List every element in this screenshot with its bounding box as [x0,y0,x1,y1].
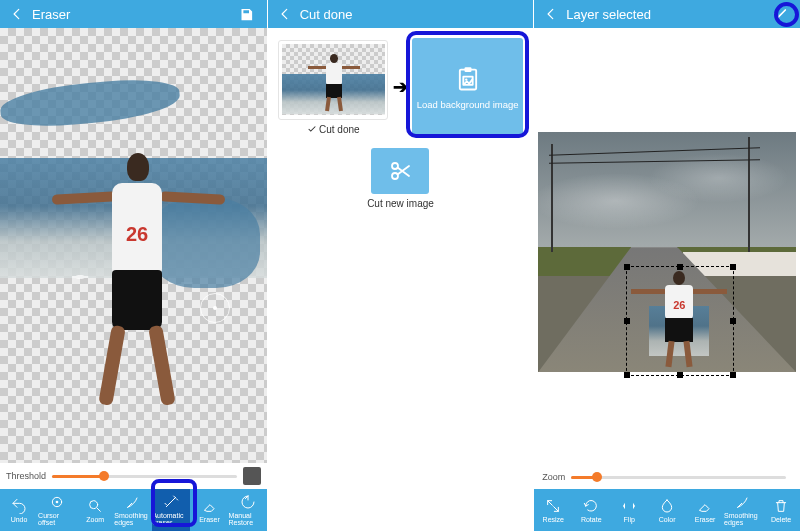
topbar: Layer selected [534,0,800,28]
tool-label: Undo [11,516,28,523]
back-button[interactable] [542,5,560,23]
scissors-icon [388,159,412,183]
panel-eraser: Eraser 26 Threshold Undo [0,0,267,531]
topbar: Eraser [0,0,267,28]
flip-icon [621,498,637,514]
check-icon [772,6,788,22]
zoom-bar: Zoom [534,465,800,489]
cut-done-caption: Cut done [307,124,360,135]
resize-tool[interactable]: Resize [534,489,572,531]
tool-label: Flip [624,516,635,523]
threshold-slider[interactable] [52,475,237,478]
subject-person: 26 [32,88,232,438]
topbar: Cut done [268,0,534,28]
wand-icon [163,494,179,510]
tool-label: Rotate [581,516,602,523]
check-icon [307,124,317,134]
svg-point-1 [56,501,59,504]
zoom-tool[interactable]: Zoom [76,489,114,531]
tool-label: Delete [771,516,791,523]
cut-result-thumb [278,40,388,120]
smoothing-edges-tool[interactable]: Smoothing edges [724,489,762,531]
tool-label: Smoothing edges [114,512,152,526]
rotate-icon [583,498,599,514]
eraser-icon [202,498,218,514]
page-title: Layer selected [566,7,768,22]
save-icon [239,7,254,22]
color-tool[interactable]: Color [648,489,686,531]
back-button[interactable] [276,5,294,23]
feather-icon [735,494,751,510]
tool-label: Eraser [695,516,716,523]
zoom-icon [87,498,103,514]
zoom-label: Zoom [542,472,565,482]
tool-label: Automatic eraser [152,512,190,526]
save-button[interactable] [235,2,259,26]
load-background-button[interactable]: Load background image [412,38,523,136]
tool-bar: Undo Cursor offset Zoom Smoothing edges … [0,489,267,531]
svg-point-2 [90,500,98,508]
jersey-number: 26 [112,223,162,246]
tool-bar: Resize Rotate Flip Color Eraser Smoothin… [534,489,800,531]
restore-icon [240,494,256,510]
compositor-canvas[interactable] [534,28,800,465]
panel-cut-done: Cut done Cut done ➔ [267,0,534,531]
smoothing-edges-tool[interactable]: Smoothing edges [114,489,152,531]
tool-label: Cursor offset [38,512,76,526]
threshold-bar: Threshold [0,463,267,489]
tool-label: Eraser [199,516,220,523]
delete-tool[interactable]: Delete [762,489,800,531]
eraser-tool[interactable]: Eraser [686,489,724,531]
automatic-eraser-tool[interactable]: Automatic eraser [152,489,190,531]
cut-result-card[interactable]: Cut done [278,40,389,135]
svg-rect-4 [464,67,471,72]
back-button[interactable] [8,5,26,23]
page-title: Cut done [300,7,526,22]
tool-label: Color [659,516,676,523]
eraser-tool[interactable]: Eraser [190,489,228,531]
color-icon [659,498,675,514]
tool-label: Resize [543,516,564,523]
layer-content [649,271,709,371]
cut-new-block: Cut new image [355,148,445,209]
load-bg-label: Load background image [417,99,519,110]
page-title: Eraser [32,7,235,22]
zoom-slider[interactable] [571,476,786,479]
preview-thumbnail[interactable] [243,467,261,485]
svg-rect-3 [459,69,475,89]
cut-new-image-button[interactable] [371,148,429,194]
feather-icon [125,494,141,510]
undo-icon [11,498,27,514]
target-icon [49,494,65,510]
confirm-button[interactable] [768,2,792,26]
rotate-tool[interactable]: Rotate [572,489,610,531]
tool-label: Smoothing edges [724,512,762,526]
flip-tool[interactable]: Flip [610,489,648,531]
eraser-cursor [200,293,230,323]
undo-tool[interactable]: Undo [0,489,38,531]
layer-selection-box[interactable] [626,266,734,376]
eraser-icon [697,498,713,514]
resize-icon [545,498,561,514]
arrow-right-icon: ➔ [393,76,408,98]
panel-layer-selected: Layer selected Zoom [533,0,800,531]
threshold-label: Threshold [6,471,46,481]
clipboard-image-icon [454,65,482,93]
arrow-left-icon [278,7,292,21]
cut-done-body: Cut done ➔ Load background image Cut new… [268,28,534,531]
tool-label: Zoom [86,516,104,523]
cursor-offset-tool[interactable]: Cursor offset [38,489,76,531]
arrow-left-icon [544,7,558,21]
cut-new-label: Cut new image [367,198,434,209]
svg-point-6 [465,78,467,80]
arrow-left-icon [10,7,24,21]
trash-icon [773,498,789,514]
tool-label: Manual Restore [229,512,267,526]
manual-restore-tool[interactable]: Manual Restore [229,489,267,531]
eraser-canvas[interactable]: 26 [0,28,267,463]
